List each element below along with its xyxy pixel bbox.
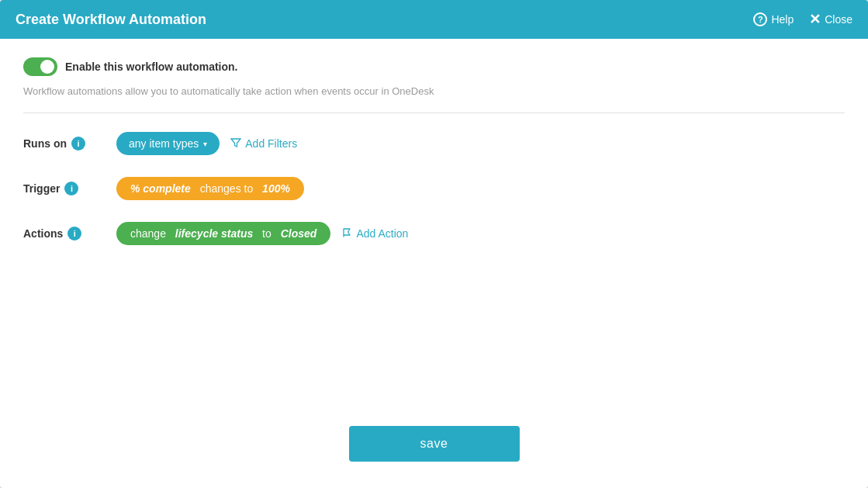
- action-prefix: change: [130, 227, 166, 240]
- chevron-down-icon: ▾: [203, 140, 207, 148]
- trigger-row: Trigger i % complete changes to 100%: [23, 177, 845, 200]
- action-verb: to: [262, 227, 271, 240]
- save-button[interactable]: save: [349, 426, 520, 462]
- runs-on-content: any item types ▾ Add Filters: [116, 132, 845, 155]
- runs-on-row: Runs on i any item types ▾: [23, 132, 845, 155]
- action-value: Closed: [281, 227, 317, 240]
- modal-body: Enable this workflow automation. Workflo…: [0, 39, 868, 488]
- help-label: Help: [771, 13, 794, 26]
- trigger-verb: [194, 182, 197, 195]
- runs-on-info-icon[interactable]: i: [71, 137, 85, 151]
- actions-label-area: Actions i: [23, 227, 116, 241]
- trigger-verb-text: changes to: [200, 182, 254, 195]
- actions-info-icon[interactable]: i: [67, 227, 81, 241]
- modal-create-workflow: Create Workflow Automation ? Help ✕ Clos…: [0, 0, 868, 488]
- actions-content: change lifecycle status to Closed: [116, 222, 845, 245]
- action-spacer2: [256, 227, 259, 240]
- enable-toggle[interactable]: [23, 57, 57, 76]
- trigger-label-area: Trigger i: [23, 182, 116, 196]
- add-filters-label: Add Filters: [245, 137, 297, 150]
- close-button[interactable]: ✕ Close: [809, 11, 852, 28]
- trigger-field: % complete: [130, 182, 191, 195]
- actions-label: Actions: [23, 227, 63, 240]
- trigger-content: % complete changes to 100%: [116, 177, 845, 200]
- action-field: lifecycle status: [175, 227, 253, 240]
- fields-container: Runs on i any item types ▾: [23, 132, 845, 410]
- modal-header: Create Workflow Automation ? Help ✕ Clos…: [0, 0, 868, 39]
- trigger-value: 100%: [262, 182, 290, 195]
- modal-title: Create Workflow Automation: [16, 12, 206, 28]
- runs-on-label-area: Runs on i: [23, 137, 116, 151]
- save-area: save: [23, 410, 845, 469]
- trigger-label: Trigger: [23, 182, 60, 195]
- add-action-button[interactable]: Add Action: [341, 227, 408, 241]
- trigger-pill[interactable]: % complete changes to 100%: [116, 177, 304, 200]
- divider: [23, 112, 845, 113]
- trigger-spacer: [256, 182, 259, 195]
- close-icon: ✕: [809, 11, 821, 28]
- action-spacer3: [275, 227, 278, 240]
- toggle-label: Enable this workflow automation.: [65, 61, 237, 73]
- close-label: Close: [825, 13, 852, 26]
- flag-icon: [341, 227, 352, 241]
- action-spacer1: [169, 227, 172, 240]
- trigger-info-icon[interactable]: i: [64, 182, 78, 196]
- runs-on-dropdown[interactable]: any item types ▾: [116, 132, 220, 155]
- help-button[interactable]: ? Help: [753, 12, 794, 26]
- runs-on-label: Runs on: [23, 137, 67, 150]
- help-icon: ?: [753, 12, 767, 26]
- runs-on-value: any item types: [129, 137, 199, 150]
- add-filters-button[interactable]: Add Filters: [230, 137, 297, 151]
- action-pill[interactable]: change lifecycle status to Closed: [116, 222, 330, 245]
- toggle-row: Enable this workflow automation.: [23, 57, 845, 76]
- header-actions: ? Help ✕ Close: [753, 11, 852, 28]
- filter-icon: [230, 137, 241, 151]
- add-action-label: Add Action: [356, 227, 408, 240]
- subtitle-text: Workflow automations allow you to automa…: [23, 85, 845, 97]
- actions-row: Actions i change lifecycle status to Clo…: [23, 222, 845, 245]
